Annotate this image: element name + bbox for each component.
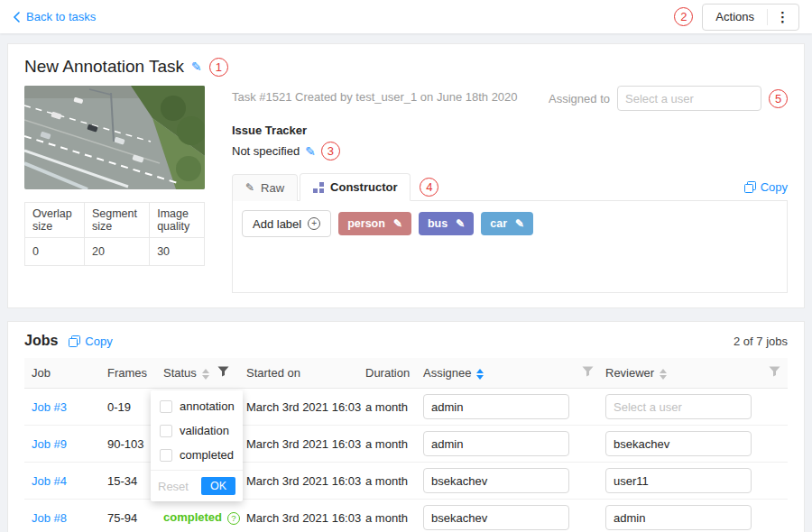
job-assignee-input[interactable] [423, 505, 569, 530]
job-link[interactable]: Job #8 [32, 511, 67, 525]
tab-raw-label: Raw [261, 181, 284, 195]
label-chip-bus[interactable]: bus ✎ [419, 212, 474, 235]
checkbox[interactable] [160, 449, 172, 462]
job-assignee-input[interactable] [423, 431, 569, 456]
filter-option-label: validation [180, 424, 229, 437]
col-reviewer-filter[interactable] [757, 358, 788, 389]
plus-circle-icon: + [308, 217, 320, 230]
actions-label: Actions [703, 10, 767, 23]
label-chip-car[interactable]: car ✎ [481, 212, 533, 235]
job-assignee-input[interactable] [423, 468, 569, 493]
callout-4: 4 [420, 178, 438, 197]
copy-jobs-link[interactable]: Copy [69, 335, 112, 348]
label-chip-person[interactable]: person ✎ [338, 212, 411, 235]
add-label-text: Add label [253, 217, 301, 231]
back-to-tasks-label: Back to tasks [26, 10, 96, 23]
job-started: March 3rd 2021 16:03 [239, 426, 358, 463]
assignee-filter-funnel-icon[interactable] [582, 366, 594, 377]
question-circle-icon[interactable]: ? [227, 512, 240, 525]
col-started-on[interactable]: Started on [239, 358, 358, 389]
task-title: New Annotation Task [24, 57, 184, 77]
issue-tracker-value: Not specified [232, 144, 300, 158]
copy-labels-label: Copy [761, 180, 788, 194]
task-assignee-input[interactable] [617, 86, 761, 111]
copy-labels-link[interactable]: Copy [744, 180, 788, 194]
assigned-to-label: Assigned to [549, 92, 610, 105]
status-filter-funnel-icon[interactable] [217, 366, 229, 377]
filter-reset-button[interactable]: Reset [158, 480, 189, 493]
jobs-panel: Jobs Copy 2 of 7 jobs Job Frames [7, 321, 805, 532]
checkbox[interactable] [160, 400, 172, 413]
job-status: completed [163, 510, 222, 524]
job-frames: 90-103 [100, 426, 156, 463]
copy-icon [744, 181, 756, 193]
job-reviewer-input[interactable] [605, 431, 752, 456]
edit-label-icon[interactable]: ✎ [515, 217, 524, 230]
callout-3: 3 [321, 142, 340, 161]
label-chip-car-name: car [490, 217, 507, 230]
actions-button[interactable]: Actions ⋮ [702, 4, 799, 31]
filter-option-annotation[interactable]: annotation [151, 394, 243, 418]
col-frames[interactable]: Frames [100, 358, 156, 389]
param-header-quality: Image quality [150, 203, 205, 238]
add-label-button[interactable]: Add label + [242, 210, 331, 237]
reviewer-filter-funnel-icon[interactable] [769, 366, 780, 377]
col-job[interactable]: Job [24, 358, 100, 389]
job-duration: a month [358, 426, 416, 463]
filter-option-completed[interactable]: completed [151, 443, 243, 467]
job-duration: a month [358, 389, 416, 426]
col-assignee[interactable]: Assignee [416, 358, 575, 389]
param-value-overlap: 0 [25, 238, 85, 266]
checkbox[interactable] [160, 425, 172, 437]
assigned-to-group: Assigned to 5 [549, 86, 788, 111]
filter-option-validation[interactable]: validation [151, 418, 243, 443]
job-assignee-input[interactable] [423, 394, 569, 419]
reviewer-sort-icon[interactable] [660, 369, 667, 380]
filter-ok-button[interactable]: OK [201, 477, 235, 495]
edit-issue-tracker-icon[interactable]: ✎ [305, 144, 316, 159]
label-constructor-area: Add label + person ✎ bus ✎ car ✎ [232, 201, 788, 293]
issue-tracker-block: Issue Tracker Not specified ✎ 3 [232, 124, 788, 161]
job-started: March 3rd 2021 16:03 [239, 500, 358, 532]
job-row: Job #3 0-19 March 3rd 2021 16:03 a month [24, 389, 788, 426]
task-params-table: Overlap size Segment size Image quality … [24, 202, 205, 266]
raw-tab-icon: ✎ [245, 181, 254, 194]
jobs-count: 2 of 7 jobs [734, 335, 788, 348]
job-reviewer-input[interactable] [605, 394, 752, 419]
job-link[interactable]: Job #4 [32, 474, 67, 488]
col-status-filter[interactable] [210, 358, 239, 389]
edit-task-name-icon[interactable]: ✎ [191, 60, 202, 74]
back-chevron-icon [13, 12, 20, 23]
col-assignee-filter[interactable] [575, 358, 598, 389]
tab-constructor[interactable]: Constructor [300, 173, 411, 201]
task-page: Back to tasks 2 Actions ⋮ New Annotation… [0, 0, 812, 532]
job-link[interactable]: Job #9 [32, 437, 67, 451]
more-actions-icon[interactable]: ⋮ [768, 9, 798, 25]
tab-raw[interactable]: ✎ Raw [232, 174, 298, 201]
filter-footer: Reset OK [151, 470, 243, 501]
task-left-column: Overlap size Segment size Image quality … [24, 86, 205, 293]
filter-option-label: completed [180, 448, 234, 462]
edit-label-icon[interactable]: ✎ [456, 217, 465, 230]
top-bar: Back to tasks 2 Actions ⋮ [0, 0, 812, 33]
col-duration[interactable]: Duration [358, 358, 416, 389]
task-meta-row: Task #1521 Created by test_user_1 on Jun… [232, 86, 788, 111]
col-status[interactable]: Status [156, 358, 210, 389]
label-chip-person-name: person [347, 217, 385, 230]
col-reviewer[interactable]: Reviewer [598, 358, 757, 389]
status-sort-icon[interactable] [202, 369, 209, 380]
param-value-segment: 20 [84, 238, 149, 266]
job-reviewer-input[interactable] [605, 505, 752, 530]
copy-icon [69, 335, 80, 347]
topbar-right: 2 Actions ⋮ [674, 4, 799, 31]
edit-label-icon[interactable]: ✎ [393, 217, 402, 230]
job-link[interactable]: Job #3 [32, 400, 67, 414]
assignee-sort-icon[interactable] [476, 369, 484, 380]
status-filter-dropdown: annotation validation completed Reset OK [151, 390, 243, 501]
back-to-tasks-link[interactable]: Back to tasks [13, 10, 96, 23]
constructor-icon [313, 182, 324, 193]
job-started: March 3rd 2021 16:03 [239, 389, 358, 426]
callout-2: 2 [674, 7, 693, 26]
job-frames: 75-94 [100, 500, 156, 532]
job-reviewer-input[interactable] [605, 468, 752, 493]
